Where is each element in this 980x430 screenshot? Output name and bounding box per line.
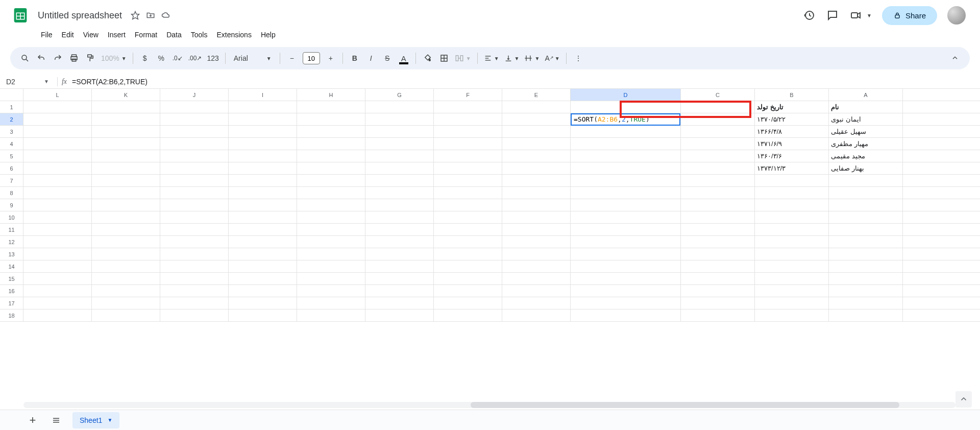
cell-I16[interactable] — [229, 285, 297, 297]
cell-I8[interactable] — [229, 187, 297, 199]
cell-B17[interactable] — [755, 297, 829, 309]
cell-C1[interactable] — [681, 101, 755, 113]
row-header-2[interactable]: 2 — [0, 113, 23, 126]
cell-C7[interactable] — [681, 175, 755, 187]
menu-tools[interactable]: Tools — [187, 29, 212, 41]
cell-K3[interactable] — [92, 126, 160, 138]
sheets-logo[interactable] — [10, 5, 31, 26]
increase-decimal-button[interactable]: .00↗ — [186, 51, 204, 66]
cell-F11[interactable] — [434, 224, 502, 236]
sheet-tab-menu-icon[interactable]: ▼ — [107, 417, 112, 423]
cell-D9[interactable] — [571, 199, 681, 211]
cell-F3[interactable] — [434, 126, 502, 138]
cell-K13[interactable] — [92, 248, 160, 260]
column-header-H[interactable]: H — [297, 89, 365, 101]
cell-K18[interactable] — [92, 309, 160, 322]
cell-B11[interactable] — [755, 224, 829, 236]
strikethrough-button[interactable]: S — [380, 51, 395, 66]
cell-J14[interactable] — [160, 260, 229, 273]
cell-D10[interactable] — [571, 211, 681, 224]
cell-F15[interactable] — [434, 273, 502, 285]
cell-B9[interactable] — [755, 199, 829, 211]
sheet-tab[interactable]: Sheet1 ▼ — [72, 412, 119, 428]
cell-E2[interactable] — [502, 113, 571, 126]
row-header-16[interactable]: 16 — [0, 285, 23, 297]
meet-dropdown-icon[interactable]: ▼ — [867, 13, 872, 18]
cell-D6[interactable] — [571, 162, 681, 175]
cell-C10[interactable] — [681, 211, 755, 224]
account-avatar[interactable] — [947, 6, 966, 25]
cell-K17[interactable] — [92, 297, 160, 309]
cell-E14[interactable] — [502, 260, 571, 273]
cell-B2[interactable]: ۱۳۷۰/۵/۲۲ — [755, 113, 829, 126]
cell-J15[interactable] — [160, 273, 229, 285]
cell-E8[interactable] — [502, 187, 571, 199]
cell-F5[interactable] — [434, 150, 502, 162]
cell-E12[interactable] — [502, 236, 571, 248]
row-header-3[interactable]: 3 — [0, 126, 23, 138]
cell-H13[interactable] — [297, 248, 365, 260]
cell-L2[interactable] — [23, 113, 92, 126]
row-header-7[interactable]: 7 — [0, 175, 23, 187]
cell-H4[interactable] — [297, 138, 365, 150]
cell-A18[interactable] — [829, 309, 903, 322]
column-header-I[interactable]: I — [229, 89, 297, 101]
cell-A14[interactable] — [829, 260, 903, 273]
cloud-status-icon[interactable] — [161, 10, 171, 20]
cell-I7[interactable] — [229, 175, 297, 187]
merge-cells-button[interactable]: ▼ — [453, 51, 473, 66]
cell-D15[interactable] — [571, 273, 681, 285]
row-header-5[interactable]: 5 — [0, 150, 23, 162]
cell-K2[interactable] — [92, 113, 160, 126]
cell-H8[interactable] — [297, 187, 365, 199]
comments-icon[interactable] — [826, 9, 839, 22]
print-icon[interactable] — [66, 51, 82, 66]
cell-A13[interactable] — [829, 248, 903, 260]
cell-G6[interactable] — [365, 162, 434, 175]
row-header-9[interactable]: 9 — [0, 199, 23, 211]
cell-C3[interactable] — [681, 126, 755, 138]
cell-E6[interactable] — [502, 162, 571, 175]
column-header-D[interactable]: D — [571, 89, 681, 101]
cell-G11[interactable] — [365, 224, 434, 236]
cell-G10[interactable] — [365, 211, 434, 224]
cell-J4[interactable] — [160, 138, 229, 150]
cell-L4[interactable] — [23, 138, 92, 150]
cell-B12[interactable] — [755, 236, 829, 248]
cell-G16[interactable] — [365, 285, 434, 297]
cell-K11[interactable] — [92, 224, 160, 236]
cell-I13[interactable] — [229, 248, 297, 260]
cell-I2[interactable] — [229, 113, 297, 126]
cell-K9[interactable] — [92, 199, 160, 211]
cell-L12[interactable] — [23, 236, 92, 248]
explore-button[interactable] — [955, 391, 972, 408]
formula-input[interactable]: =SORT(A2:B6,2,TRUE) — [72, 78, 148, 86]
horizontal-scrollbar[interactable]: ◀ ▶ — [23, 401, 974, 409]
collapse-toolbar-icon[interactable] — [947, 51, 963, 66]
cell-A4[interactable]: مهیار مظفری — [829, 138, 903, 150]
more-icon[interactable]: ⋮ — [571, 51, 586, 66]
menu-insert[interactable]: Insert — [104, 29, 130, 41]
cell-I18[interactable] — [229, 309, 297, 322]
cell-H18[interactable] — [297, 309, 365, 322]
cell-A9[interactable] — [829, 199, 903, 211]
cell-F18[interactable] — [434, 309, 502, 322]
menu-data[interactable]: Data — [162, 29, 186, 41]
cell-H17[interactable] — [297, 297, 365, 309]
cell-H15[interactable] — [297, 273, 365, 285]
row-header-1[interactable]: 1 — [0, 101, 23, 113]
history-icon[interactable] — [802, 9, 816, 22]
cell-B3[interactable]: ۱۳۶۶/۴/۸ — [755, 126, 829, 138]
cell-D2[interactable]: =SORT(A2:B6,2,TRUE) — [571, 113, 681, 126]
menu-file[interactable]: File — [37, 29, 57, 41]
row-header-17[interactable]: 17 — [0, 297, 23, 309]
undo-icon[interactable] — [34, 51, 49, 66]
cell-F8[interactable] — [434, 187, 502, 199]
cell-L14[interactable] — [23, 260, 92, 273]
cell-J16[interactable] — [160, 285, 229, 297]
share-button[interactable]: Share — [882, 6, 937, 25]
active-cell-editor[interactable]: =SORT(A2:B6,2,TRUE) — [571, 113, 680, 126]
cell-D1[interactable] — [571, 101, 681, 113]
cell-F14[interactable] — [434, 260, 502, 273]
cell-J7[interactable] — [160, 175, 229, 187]
